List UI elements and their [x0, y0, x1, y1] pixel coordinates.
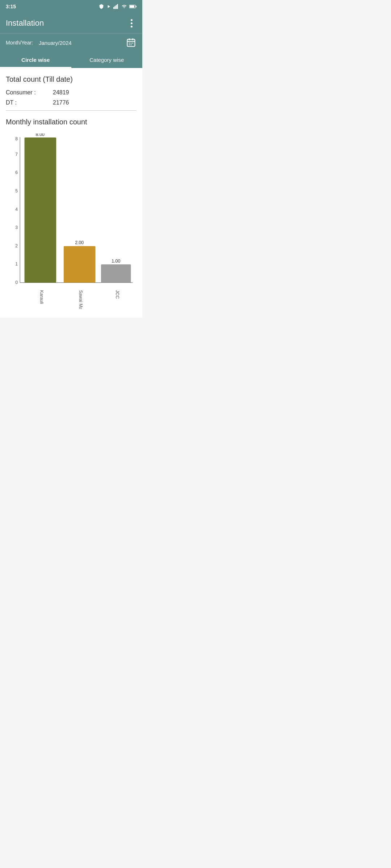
- battery-icon: [129, 4, 136, 9]
- main-content: Total count (Till date) Consumer : 24819…: [0, 68, 142, 318]
- y-label-5: 5: [15, 188, 18, 193]
- y-label-1: 1: [15, 261, 18, 267]
- bar-label-sawai-value: 2.00: [75, 240, 84, 245]
- bar-label-jcc-value: 1.00: [112, 259, 120, 264]
- y-label-7: 7: [15, 152, 18, 157]
- bar-jcc: [101, 264, 131, 283]
- svg-rect-14: [129, 44, 130, 45]
- y-label-3: 3: [15, 225, 18, 230]
- tab-category-wise[interactable]: Category wise: [71, 52, 143, 68]
- consumer-label: Consumer :: [6, 89, 53, 96]
- svg-rect-6: [136, 6, 136, 7]
- tab-circle-wise[interactable]: Circle wise: [0, 52, 71, 68]
- total-count-title: Total count (Till date): [6, 75, 136, 84]
- app-bar: Installation: [0, 13, 142, 33]
- bar-chart-svg: 0 1 2 3 4 5 6 7 8 8.00 2.00: [6, 133, 136, 309]
- bar-sawai: [64, 246, 96, 282]
- svg-rect-3: [117, 4, 118, 9]
- month-year-value: January/2024: [39, 40, 120, 46]
- y-label-6: 6: [15, 170, 18, 175]
- y-label-2: 2: [15, 243, 18, 248]
- svg-rect-2: [116, 5, 117, 9]
- svg-rect-15: [131, 44, 131, 45]
- month-year-label: Month/Year:: [6, 40, 33, 46]
- play-icon: [106, 4, 111, 9]
- month-year-filter: Month/Year: January/2024: [0, 33, 142, 52]
- dt-stat-row: DT : 21776: [6, 99, 136, 106]
- x-label-sawai: Sawai Madhopur: [78, 290, 83, 309]
- total-count-section: Total count (Till date) Consumer : 24819…: [6, 75, 136, 106]
- svg-rect-5: [130, 5, 134, 8]
- y-label-0: 0: [15, 280, 18, 285]
- x-label-karauli: Karauli: [39, 290, 44, 304]
- svg-rect-12: [131, 43, 131, 43]
- app-title: Installation: [6, 18, 44, 28]
- divider: [6, 110, 136, 111]
- bar-chart: 0 1 2 3 4 5 6 7 8 8.00 2.00: [6, 133, 136, 310]
- bar-label-karauli-value: 8.00: [36, 133, 45, 137]
- svg-rect-1: [114, 6, 115, 9]
- status-icons: [99, 4, 136, 9]
- more-options-button[interactable]: [126, 18, 136, 28]
- wifi-icon: [121, 4, 127, 9]
- y-label-4: 4: [15, 207, 18, 212]
- svg-rect-13: [133, 43, 133, 43]
- consumer-stat-row: Consumer : 24819: [6, 89, 136, 96]
- monthly-installation-section: Monthly installation count 0 1 2 3 4 5 6…: [6, 118, 136, 310]
- tabs-container: Circle wise Category wise: [0, 52, 142, 68]
- calendar-button[interactable]: [126, 37, 136, 48]
- status-time: 3:15: [6, 4, 16, 9]
- dt-label: DT :: [6, 99, 53, 106]
- signal-icon: [113, 4, 119, 9]
- bar-karauli: [25, 137, 56, 282]
- x-label-jcc: JCC: [115, 290, 120, 299]
- status-bar: 3:15: [0, 0, 142, 13]
- monthly-chart-title: Monthly installation count: [6, 118, 136, 126]
- shield-icon: [99, 4, 104, 9]
- dt-value: 21776: [53, 99, 69, 106]
- svg-rect-0: [113, 7, 114, 9]
- y-label-8: 8: [15, 136, 18, 141]
- consumer-value: 24819: [53, 89, 69, 96]
- svg-rect-11: [129, 43, 130, 43]
